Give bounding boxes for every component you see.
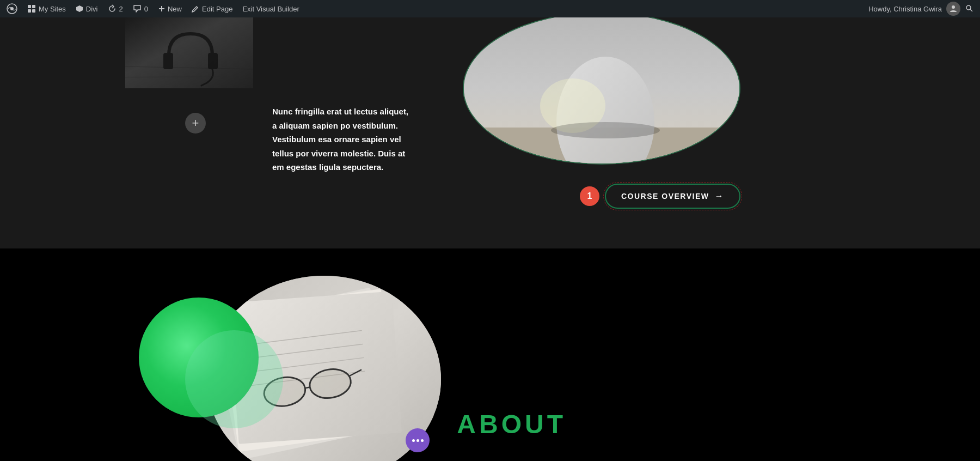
- wordpress-logo[interactable]: [7, 3, 17, 14]
- svg-rect-13: [163, 53, 173, 69]
- course-overview-button[interactable]: COURSE OVERVIEW →: [605, 184, 740, 209]
- my-sites-link[interactable]: My Sites: [27, 4, 66, 13]
- svg-rect-5: [32, 9, 35, 13]
- plus-icon: [158, 5, 166, 13]
- circle-image-placeholder: [464, 13, 739, 163]
- svg-rect-14: [208, 53, 218, 69]
- course-number-badge: 1: [580, 186, 599, 206]
- chat-bubble[interactable]: [406, 428, 430, 452]
- search-icon[interactable]: [965, 4, 973, 14]
- svg-rect-4: [28, 9, 31, 13]
- admin-avatar[interactable]: [946, 2, 960, 16]
- exit-visual-builder-link[interactable]: Exit Visual Builder: [242, 5, 299, 13]
- my-sites-icon: [27, 4, 36, 13]
- svg-rect-2: [28, 5, 31, 8]
- svg-line-10: [970, 9, 972, 11]
- light-circle: [185, 330, 283, 428]
- leg-visual: [464, 13, 740, 165]
- howdy-text: Howdy, Christina Gwira: [868, 5, 942, 13]
- chat-dot-2: [416, 439, 419, 442]
- divi-link[interactable]: Divi: [76, 5, 98, 13]
- lower-section: ABOUT: [0, 248, 980, 461]
- body-text: Nunc fringilla erat ut lectus aliquet, a…: [272, 105, 414, 174]
- circle-image: [463, 12, 740, 165]
- arrow-icon: →: [715, 191, 725, 201]
- main-content: + Nunc fringilla erat ut lectus aliquet,…: [0, 17, 980, 461]
- add-section-button[interactable]: +: [185, 113, 206, 134]
- chat-dots: [412, 439, 424, 442]
- wordpress-icon: [7, 3, 17, 14]
- chat-dot-3: [421, 439, 424, 442]
- comments-link[interactable]: 0: [133, 4, 148, 13]
- updates-icon: [108, 4, 117, 13]
- admin-bar: My Sites Divi 2 0 New Edit Page Exit Vis…: [0, 0, 980, 17]
- new-link[interactable]: New: [158, 5, 182, 13]
- divi-icon: [76, 5, 83, 13]
- headphones-placeholder: [125, 17, 253, 88]
- svg-point-21: [551, 122, 660, 138]
- about-heading: ABOUT: [457, 409, 566, 439]
- comments-icon: [133, 4, 142, 13]
- chat-dot-1: [412, 439, 415, 442]
- admin-bar-right: Howdy, Christina Gwira: [868, 2, 973, 16]
- svg-rect-3: [32, 5, 35, 8]
- headphones-image: [125, 17, 253, 88]
- updates-link[interactable]: 2: [108, 4, 123, 13]
- edit-page-link[interactable]: Edit Page: [192, 5, 232, 13]
- headphones-visual: [125, 17, 253, 88]
- svg-line-32: [305, 387, 310, 389]
- svg-point-8: [952, 5, 955, 9]
- upper-section: + Nunc fringilla erat ut lectus aliquet,…: [0, 17, 980, 268]
- course-overview-area: 1 COURSE OVERVIEW →: [580, 184, 740, 209]
- svg-point-9: [966, 5, 971, 10]
- edit-icon: [192, 5, 199, 13]
